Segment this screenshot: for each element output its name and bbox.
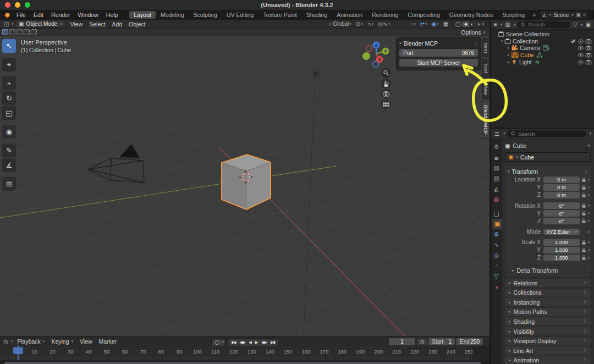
value-field[interactable]: 1.000: [543, 247, 580, 253]
hide-viewport-toggle[interactable]: [577, 52, 585, 58]
pivot-point-dropdown[interactable]: ⊙▾: [354, 21, 365, 27]
perspective-toggle-button[interactable]: [381, 100, 391, 109]
auto-keying-button[interactable]: ◯: [213, 340, 221, 345]
section-collections[interactable]: ▸Collections⠿: [505, 289, 591, 297]
value-field[interactable]: 0°: [543, 202, 580, 209]
lock-icon[interactable]: [580, 211, 588, 216]
scale-tool-button[interactable]: ◱: [2, 106, 16, 120]
frame-start-field[interactable]: Start 1: [428, 338, 455, 345]
select-invert-button[interactable]: [24, 29, 30, 35]
rotation-mode-dropdown[interactable]: XYZ Euler▾: [543, 229, 580, 235]
delta-transform-subpanel[interactable]: ▸ Delta Transform: [508, 265, 588, 274]
expand-arrow-icon[interactable]: ▸: [506, 53, 511, 57]
physics-properties-tab[interactable]: ◎: [491, 250, 502, 261]
play-reverse-button[interactable]: ◀: [246, 340, 253, 345]
viewport-menu-object[interactable]: Object: [125, 21, 148, 27]
transform-tool-button[interactable]: ◉: [2, 125, 16, 139]
value-field[interactable]: 0 m: [543, 184, 580, 191]
menu-help[interactable]: Help: [102, 10, 122, 20]
port-field[interactable]: Port 9876: [399, 49, 478, 57]
minimize-window-button[interactable]: [15, 2, 20, 8]
lock-icon[interactable]: [580, 240, 588, 245]
material-shading-button[interactable]: ◐: [469, 21, 475, 27]
value-field[interactable]: 0°: [543, 210, 580, 217]
timeline-ruler[interactable]: 1102030405060708090100110120130140150160…: [0, 346, 490, 356]
timeline-frame-cells[interactable]: [0, 356, 490, 360]
view-layer-properties-tab[interactable]: ▥: [491, 173, 502, 184]
timeline-menu-playback[interactable]: Playback▾: [14, 338, 48, 345]
editor-type-icon[interactable]: ◫: [3, 21, 10, 27]
sidebar-tab-blendermcp[interactable]: BlenderMCP: [482, 101, 490, 139]
section-viewport-display[interactable]: ▸Viewport Display⠿: [505, 337, 591, 345]
properties-search-input[interactable]: Search: [507, 130, 586, 137]
show-overlays-toggle[interactable]: ◉▾: [430, 21, 440, 27]
move-tool-button[interactable]: +: [2, 76, 16, 90]
outliner-row-cube[interactable]: ▸Cube: [491, 52, 594, 59]
pan-button[interactable]: [381, 79, 391, 89]
unlink-icon[interactable]: ×: [583, 12, 586, 18]
disable-render-toggle[interactable]: [585, 38, 592, 45]
mode-dropdown[interactable]: ▣ Object Mode ▾: [15, 20, 66, 28]
annotate-tool-button[interactable]: ✎: [2, 144, 16, 157]
disable-render-toggle[interactable]: [585, 59, 592, 65]
stopwatch-icon[interactable]: ◷: [417, 338, 427, 345]
camera-view-button[interactable]: [381, 89, 391, 99]
axis-neg-x-ball[interactable]: [366, 46, 372, 52]
next-keyframe-button[interactable]: ◆▶: [260, 340, 269, 345]
workspace-tab-geometry-nodes[interactable]: Geometry Nodes: [445, 11, 497, 19]
animate-dot-icon[interactable]: •: [588, 185, 590, 190]
workspace-tab-texture-paint[interactable]: Texture Paint: [258, 11, 301, 19]
outliner-row-scene-collection[interactable]: Scene Collection: [491, 31, 594, 38]
lock-icon[interactable]: [580, 247, 588, 253]
render-properties-tab[interactable]: ◙: [491, 152, 502, 163]
viewport-menu-view[interactable]: View: [67, 21, 86, 27]
section-line-art[interactable]: ▸Line Art⠿: [505, 346, 591, 355]
modifiers-properties-tab[interactable]: ⚙: [491, 229, 502, 240]
animate-dot-icon[interactable]: •: [588, 255, 590, 261]
rotate-tool-button[interactable]: ↻: [2, 91, 16, 105]
lock-icon[interactable]: [580, 255, 588, 261]
maximize-window-button[interactable]: [25, 2, 30, 8]
animate-dot-icon[interactable]: •: [588, 177, 590, 183]
select-box-tool-button[interactable]: ↖: [2, 39, 16, 53]
workspace-tab-layout[interactable]: Layout: [129, 11, 156, 19]
workspace-tab-shading[interactable]: Shading: [302, 11, 332, 19]
zoom-button[interactable]: [381, 68, 391, 78]
transform-panel-header[interactable]: ▾ Transform ⠿: [508, 168, 588, 175]
chevron-down-icon[interactable]: ▾: [589, 131, 591, 136]
scene-selector[interactable]: ◭▾ Scene ⌖ ▣ ×: [539, 10, 589, 19]
animate-dot-icon[interactable]: •: [588, 229, 590, 235]
xray-toggle[interactable]: ▦: [442, 21, 450, 27]
workspace-tab-rendering[interactable]: Rendering: [367, 11, 403, 19]
close-window-button[interactable]: [5, 2, 10, 8]
expand-arrow-icon[interactable]: ▸: [506, 60, 511, 64]
object-visibility-dropdown[interactable]: ◌▾: [408, 21, 417, 27]
animate-dot-icon[interactable]: •: [588, 247, 590, 253]
workspace-tab-compositing[interactable]: Compositing: [403, 11, 444, 19]
scene-properties-tab[interactable]: ◭: [491, 184, 502, 194]
animate-dot-icon[interactable]: •: [588, 211, 590, 216]
menu-file[interactable]: File: [13, 10, 30, 20]
snap-toggle[interactable]: ∩▾: [366, 21, 376, 27]
proportional-editing-toggle[interactable]: ◎∿▾: [376, 21, 392, 27]
workspace-tab-scripting[interactable]: Scripting: [498, 11, 529, 19]
prev-keyframe-button[interactable]: ◀◆: [238, 340, 247, 345]
disable-render-toggle[interactable]: [585, 45, 592, 51]
workspace-tab-animation[interactable]: Animation: [332, 11, 367, 19]
timeline-menu-marker[interactable]: Marker: [96, 338, 120, 345]
viewport-menu-select[interactable]: Select: [86, 21, 108, 27]
tool-properties-tab[interactable]: ⚙: [491, 142, 502, 152]
hide-viewport-toggle[interactable]: [577, 45, 585, 51]
menu-render[interactable]: Render: [47, 10, 74, 20]
transform-orientation-dropdown[interactable]: ↕ Global▾: [327, 21, 353, 27]
select-intersect-button[interactable]: [31, 29, 37, 35]
section-relations[interactable]: ▸Relations⠿: [505, 279, 591, 287]
timeline-menu-keying[interactable]: Keying▾: [48, 338, 76, 345]
filter-icon[interactable]: ▥: [504, 21, 511, 27]
lock-icon[interactable]: [580, 203, 588, 208]
lock-icon[interactable]: [580, 177, 588, 183]
value-field[interactable]: 1.000: [543, 239, 580, 246]
drag-handle-icon[interactable]: ⠿: [474, 41, 478, 46]
output-properties-tab[interactable]: ▤: [491, 163, 502, 173]
select-extend-button[interactable]: [9, 29, 15, 35]
